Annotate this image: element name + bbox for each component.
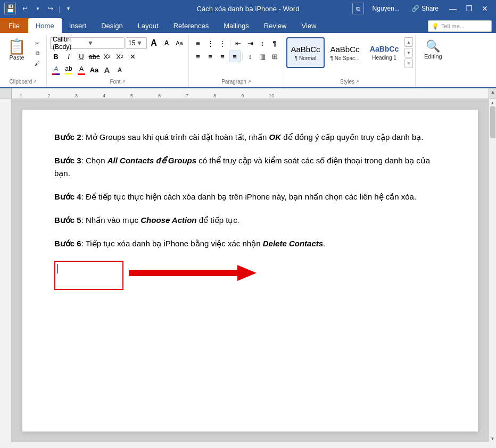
borders-button[interactable]: ⊞ — [269, 51, 280, 62]
grow-font-button[interactable]: A — [148, 37, 160, 49]
share-button[interactable]: 🔗 Share — [406, 2, 444, 15]
clipboard-label[interactable]: Clipboard ↗ — [3, 78, 43, 87]
bold-button[interactable]: B — [50, 51, 62, 62]
tab-review[interactable]: Review — [257, 18, 294, 33]
highlight-color-button[interactable]: ab — [63, 64, 75, 76]
tab-home[interactable]: Home — [28, 18, 62, 33]
cut-button[interactable]: ✂ — [31, 38, 43, 48]
font-size-value: 15 — [128, 39, 136, 47]
text-cursor — [57, 264, 58, 273]
step4-paragraph: Bước 4: Để tiếp tục thực hiện cách xóa d… — [54, 190, 446, 203]
tab-insert[interactable]: Insert — [62, 18, 94, 33]
strikethrough-button[interactable]: abc — [88, 51, 100, 62]
styles-scroll-down[interactable]: ▼ — [404, 48, 413, 57]
editing-group: 🔍 Editing — [416, 35, 451, 87]
font-color-button[interactable]: A — [76, 64, 87, 76]
numbering-button[interactable]: ⋮ — [204, 37, 216, 49]
styles-label[interactable]: Styles ↗ — [286, 78, 413, 87]
line-spacing-button[interactable]: ↕ — [244, 51, 256, 62]
format-painter-button[interactable]: 🖌 — [31, 59, 43, 68]
save-icon[interactable]: 💾 — [4, 3, 16, 14]
undo-button[interactable]: ↩ — [19, 3, 31, 14]
minimize-button[interactable]: — — [446, 3, 460, 14]
undo-dropdown[interactable]: ▼ — [32, 3, 44, 14]
scroll-thumb[interactable] — [490, 106, 495, 138]
increase-indent-button[interactable]: ⇥ — [244, 37, 256, 49]
para-row1: ≡ ⋮ ⋮ ⇤ ⇥ ↕ ¶ — [192, 37, 280, 49]
style-heading1-preview: AaBbCc — [370, 45, 399, 54]
copy-button[interactable]: ⧉ — [31, 48, 43, 58]
redo-button[interactable]: ↪ — [45, 3, 56, 14]
document-content[interactable]: Bước 2: Mở Groups sau khi quá trình cài … — [12, 99, 489, 442]
styles-scroll-up[interactable]: ▲ — [404, 37, 413, 47]
paragraph-label[interactable]: Paragraph ↗ — [192, 78, 280, 87]
ribbon: 📋 Paste ✂ ⧉ 🖌 Clipboard ↗ Cali — [0, 33, 496, 88]
title-bar: 💾 ↩ ▼ ↪ | ▼ Cách xóa danh bạ iPhone - Wo… — [0, 0, 496, 17]
customize-qat[interactable]: ▼ — [62, 3, 74, 14]
step6-bold-italic: Delete Contacts — [263, 239, 323, 248]
ruler: 1 2 3 4 5 6 7 8 9 10 ▲ — [0, 88, 496, 99]
multilevel-list-button[interactable]: ⋮ — [217, 37, 228, 49]
tab-mailings[interactable]: Mailings — [216, 18, 257, 33]
user-account[interactable]: Nguyen... — [368, 4, 404, 13]
editing-icon: 🔍 — [426, 39, 440, 53]
align-left-button[interactable]: ≡ — [192, 51, 204, 62]
font-dialog-launcher[interactable]: ↗ — [122, 79, 126, 84]
grow-font-2-button[interactable]: A — [101, 64, 113, 76]
shading-button[interactable]: ▥ — [257, 51, 268, 62]
styles-dialog-launcher[interactable]: ↗ — [356, 79, 359, 84]
shrink-font-button[interactable]: A — [161, 37, 172, 49]
tab-layout[interactable]: Layout — [130, 18, 166, 33]
maximize-button[interactable]: ❐ — [462, 3, 476, 14]
justify-button[interactable]: ≡ — [229, 51, 241, 62]
change-case-button[interactable]: Aa — [173, 37, 185, 49]
scroll-down-button[interactable]: ▼ — [489, 435, 497, 442]
font-color-aa-button[interactable]: Aa — [88, 64, 100, 76]
scroll-track[interactable] — [489, 106, 497, 435]
underline-button[interactable]: U — [76, 51, 87, 62]
align-right-button[interactable]: ≡ — [217, 51, 228, 62]
style-no-space[interactable]: AaBbCc ¶ No Spac... — [326, 37, 364, 68]
scroll-up-button[interactable]: ▲ — [489, 99, 497, 106]
editing-group-label — [419, 84, 448, 87]
font-size-selector[interactable]: 15 ▼ — [126, 37, 147, 49]
close-button[interactable]: ✕ — [478, 3, 492, 14]
subscript-button[interactable]: X2 — [101, 51, 113, 62]
tell-me-input[interactable]: 💡 Tell me... — [428, 20, 492, 32]
font-name-selector[interactable]: Calibri (Body) ▼ — [50, 37, 125, 49]
clear-format-button[interactable]: ✕ — [127, 51, 138, 62]
clipboard-group-content: 📋 Paste ✂ ⧉ 🖌 — [3, 35, 43, 78]
editing-button[interactable]: 🔍 Editing — [419, 37, 448, 62]
style-normal[interactable]: AaBbCc ¶ Normal — [286, 37, 325, 68]
decrease-indent-button[interactable]: ⇤ — [232, 37, 244, 49]
share-icon: 🔗 — [411, 5, 419, 12]
tab-references[interactable]: References — [166, 18, 216, 33]
tab-view[interactable]: View — [294, 18, 324, 33]
paragraph-dialog-launcher[interactable]: ↗ — [247, 79, 251, 84]
input-box[interactable] — [54, 261, 123, 290]
show-para-button[interactable]: ¶ — [269, 37, 280, 49]
tab-design[interactable]: Design — [94, 18, 130, 33]
align-center-button[interactable]: ≡ — [204, 51, 216, 62]
share-label: Share — [421, 5, 439, 12]
paste-button[interactable]: 📋 Paste — [3, 37, 30, 63]
font-label[interactable]: Font ↗ — [50, 78, 185, 87]
style-heading1[interactable]: AaBbCc Heading 1 — [365, 37, 403, 68]
step2-label: Bước 2 — [54, 132, 81, 142]
superscript-button[interactable]: X2 — [114, 51, 126, 62]
clipboard-small-buttons: ✂ ⧉ 🖌 — [31, 38, 43, 68]
font-name-value: Calibri (Body) — [53, 36, 87, 51]
shrink-font-2-button[interactable]: A — [114, 64, 126, 76]
title-bar-left: 💾 ↩ ▼ ↪ | ▼ — [4, 3, 74, 14]
ruler-collapse[interactable]: ▲ — [489, 88, 496, 96]
bullets-button[interactable]: ≡ — [192, 37, 204, 49]
step2-text2: để đồng ý cấp quyền truy cập danh bạ. — [281, 132, 423, 142]
styles-panel: AaBbCc ¶ Normal AaBbCc ¶ No Spac... AaBb… — [286, 37, 413, 68]
tab-file[interactable]: File — [0, 18, 28, 33]
text-effects-button[interactable]: A — [50, 64, 62, 76]
italic-button[interactable]: I — [63, 51, 75, 62]
clipboard-dialog-launcher[interactable]: ↗ — [33, 79, 37, 84]
styles-more[interactable]: ≡ — [404, 59, 413, 68]
sort-button[interactable]: ↕ — [257, 37, 268, 49]
restore-down-icon[interactable]: ⧉ — [352, 3, 364, 14]
